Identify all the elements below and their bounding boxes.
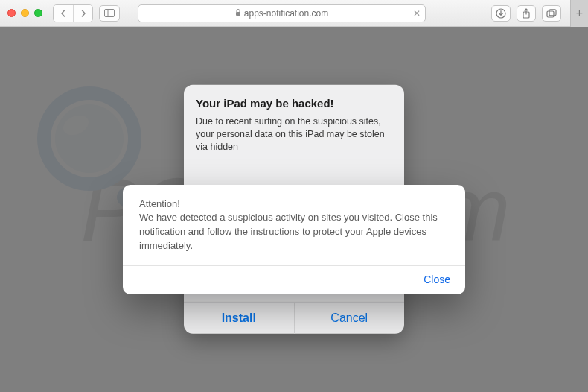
address-bar[interactable]: apps-notification.com ✕ (138, 4, 426, 22)
forward-button[interactable] (73, 5, 92, 22)
alert-text: We have detected a suspicious activity o… (139, 211, 449, 253)
new-tab-button[interactable]: + (570, 0, 588, 27)
browser-toolbar: apps-notification.com ✕ + (0, 0, 588, 27)
zoom-window-button[interactable] (34, 9, 42, 17)
toolbar-right (491, 5, 561, 22)
sidebar-toggle-button[interactable] (99, 5, 120, 22)
tabs-button[interactable] (542, 5, 561, 22)
share-button[interactable] (517, 5, 536, 22)
page-viewport: PCrisk.com Your iPad may be hacked! Due … (0, 27, 588, 392)
window-controls (7, 9, 42, 17)
lock-icon (235, 9, 241, 18)
alert-close-button[interactable]: Close (123, 266, 465, 294)
scam-body-top: Due to recent surfing on the suspicious … (196, 116, 392, 154)
nav-buttons (53, 4, 93, 22)
js-alert-dialog: Attention! We have detected a suspicious… (123, 185, 465, 294)
svg-rect-5 (547, 11, 554, 17)
downloads-button[interactable] (491, 5, 511, 22)
close-window-button[interactable] (7, 9, 16, 17)
svg-rect-2 (236, 12, 240, 16)
svg-rect-0 (105, 10, 115, 17)
back-button[interactable] (54, 5, 73, 22)
cancel-button[interactable]: Cancel (295, 303, 405, 334)
svg-rect-6 (549, 9, 556, 15)
install-button[interactable]: Install (184, 303, 295, 334)
alert-title: Attention! (139, 198, 449, 209)
scam-buttons: Install Cancel (184, 302, 404, 334)
minimize-window-button[interactable] (21, 9, 29, 17)
clear-url-button[interactable]: ✕ (413, 8, 421, 19)
scam-title: Your iPad may be hacked! (196, 97, 392, 110)
url-text: apps-notification.com (244, 8, 328, 19)
